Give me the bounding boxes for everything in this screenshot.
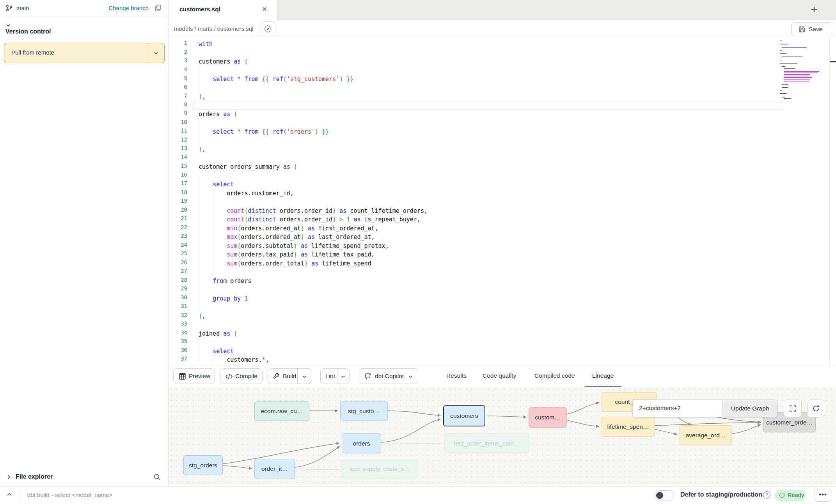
search-icon[interactable] bbox=[153, 473, 161, 481]
chevron-down-icon bbox=[302, 374, 307, 379]
active-line-highlight bbox=[193, 101, 782, 110]
pull-options-chevron[interactable] bbox=[148, 43, 164, 63]
code-line-7: ), bbox=[199, 92, 206, 101]
pull-from-remote-button[interactable]: Pull from remote bbox=[4, 43, 165, 63]
fullscreen-button[interactable] bbox=[784, 400, 802, 417]
defer-toggle[interactable] bbox=[655, 490, 674, 500]
dbt-ide-window: main Change branch Version control Pull … bbox=[0, 0, 836, 504]
lineage-node-stg-orders[interactable]: stg_orders bbox=[183, 455, 223, 475]
save-button[interactable]: Save bbox=[791, 22, 833, 36]
line-number: 9 bbox=[169, 110, 187, 116]
indent-guide bbox=[213, 242, 213, 251]
minimap-line bbox=[784, 73, 818, 73]
tab-compiled-code[interactable]: Compiled code bbox=[534, 372, 575, 379]
line-number: 15 bbox=[169, 163, 187, 169]
indent-guide bbox=[199, 180, 199, 189]
line-number: 21 bbox=[169, 215, 187, 221]
indent-guide bbox=[199, 189, 199, 198]
line-number: 37 bbox=[169, 355, 187, 362]
build-button[interactable]: Build bbox=[268, 368, 312, 384]
indent-guide bbox=[199, 294, 199, 303]
chevron-down-icon bbox=[341, 374, 346, 379]
minimap-line bbox=[784, 77, 813, 78]
command-input[interactable]: dbt build --select <model_name> bbox=[27, 492, 112, 498]
line-number: 27 bbox=[169, 268, 187, 274]
minimap[interactable] bbox=[780, 41, 830, 118]
indent-guide bbox=[199, 268, 199, 277]
code-line-23: max(orders.ordered_at) as last_ordered_a… bbox=[199, 233, 375, 242]
graph-search-input[interactable]: 2+customers+2 bbox=[639, 405, 681, 412]
tab-customers-sql[interactable]: customers.sql × bbox=[169, 0, 277, 21]
minimap-line bbox=[784, 71, 819, 72]
code-line-36: select bbox=[199, 347, 234, 356]
refresh-icon bbox=[812, 405, 820, 412]
lineage-node-stg-customers[interactable]: stg_custo… bbox=[340, 401, 388, 421]
compile-button[interactable]: Compile bbox=[220, 368, 263, 384]
file-explorer-toggle[interactable]: File explorer bbox=[0, 468, 168, 486]
lineage-node-customers[interactable]: customers bbox=[443, 405, 485, 426]
new-tab-icon[interactable]: + bbox=[811, 3, 817, 16]
help-icon[interactable]: ? bbox=[763, 491, 770, 499]
code-line-5: select * from {{ ref('stg_customers') }} bbox=[199, 75, 353, 84]
line-number: 36 bbox=[169, 347, 187, 353]
lint-button[interactable]: Lint bbox=[320, 368, 350, 384]
lineage-node-average-order[interactable]: average_ord… bbox=[680, 425, 732, 445]
lineage-node-test-order-items[interactable]: test_order_items_com… bbox=[444, 433, 529, 453]
lineage-node-test-supply-costs[interactable]: test_supply_costs_s… bbox=[342, 459, 417, 479]
line-number: 13 bbox=[169, 145, 187, 151]
change-branch-link[interactable]: Change branch bbox=[108, 5, 149, 11]
indent-guide bbox=[199, 347, 199, 356]
lineage-node-ecom-raw-customers[interactable]: ecom.raw_cu… bbox=[254, 401, 309, 421]
code-line-3: customers as ( bbox=[199, 57, 248, 66]
copy-icon[interactable] bbox=[154, 4, 162, 12]
lineage-node-customers-semantic[interactable]: custom… bbox=[529, 407, 567, 428]
update-graph-button[interactable]: Update Graph bbox=[722, 400, 777, 417]
tab-lineage[interactable]: Lineage bbox=[592, 372, 614, 379]
line-number: 31 bbox=[169, 303, 187, 309]
table-icon bbox=[179, 373, 186, 380]
indent-guide bbox=[199, 303, 199, 312]
editor-scrollbar[interactable] bbox=[829, 37, 836, 365]
lint-options-chevron[interactable] bbox=[337, 369, 349, 384]
line-number: 17 bbox=[169, 180, 187, 186]
lineage-node-order-items[interactable]: order_it… bbox=[254, 459, 295, 479]
status-dot-icon bbox=[779, 493, 785, 498]
indent-guide bbox=[199, 136, 199, 145]
compass-icon[interactable] bbox=[261, 21, 275, 36]
version-control-header[interactable]: Version control bbox=[5, 23, 51, 35]
tab-code-quality[interactable]: Code quality bbox=[483, 372, 516, 379]
indent-guide bbox=[213, 355, 213, 364]
chevron-right-icon bbox=[6, 474, 12, 480]
line-number: 4 bbox=[169, 66, 187, 73]
line-number: 11 bbox=[169, 127, 187, 134]
code-line-24: sum(orders.subtotal) as lifetime_spend_p… bbox=[199, 242, 389, 251]
minimap-line bbox=[780, 41, 782, 41]
main-pane: customers.sql × + models / marts / custo… bbox=[169, 0, 836, 486]
close-icon[interactable]: × bbox=[262, 5, 267, 14]
minimap-line bbox=[782, 57, 802, 57]
branch-name: main bbox=[16, 5, 29, 11]
minimap-line bbox=[784, 74, 811, 75]
tab-results[interactable]: Results bbox=[446, 372, 467, 379]
line-number-gutter: 1234567891011121314151617181920212223242… bbox=[169, 37, 193, 365]
lineage-node-lifetime-spend[interactable]: lifetime_spen… bbox=[602, 417, 655, 437]
refresh-button[interactable] bbox=[807, 400, 825, 417]
code-editor[interactable]: 1234567891011121314151617181920212223242… bbox=[169, 37, 836, 365]
lineage-canvas[interactable]: ecom.raw_cu…stg_custo…customerscustom…co… bbox=[169, 387, 836, 486]
build-options-chevron[interactable] bbox=[297, 369, 312, 384]
expand-command-bar-icon[interactable] bbox=[6, 492, 12, 498]
lineage-node-orders[interactable]: orders bbox=[342, 433, 381, 453]
preview-button[interactable]: Preview bbox=[173, 368, 215, 384]
minimap-line bbox=[780, 53, 787, 54]
code-line-11: select * from {{ ref('orders') }} bbox=[199, 127, 329, 136]
indent-guide bbox=[199, 250, 199, 259]
chevron-down-icon bbox=[153, 50, 159, 56]
dbt-copilot-button[interactable]: dbt Copilot bbox=[359, 368, 418, 384]
minimap-line bbox=[780, 93, 787, 94]
minimap-line bbox=[780, 90, 782, 91]
line-number: 30 bbox=[169, 294, 187, 301]
scrollbar-thumb[interactable] bbox=[830, 61, 836, 62]
editor-toolbar: Preview Compile Build Lint bbox=[169, 365, 836, 387]
status-badge[interactable]: Ready bbox=[775, 490, 806, 501]
more-options-button[interactable]: ••• bbox=[815, 489, 831, 502]
